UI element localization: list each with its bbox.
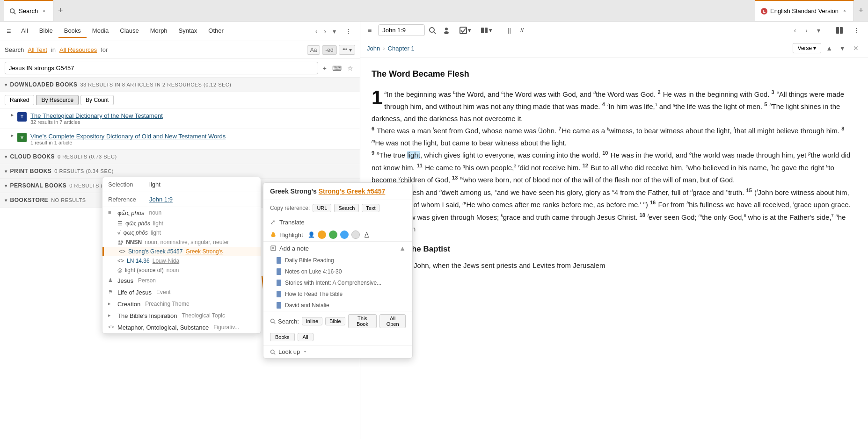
sub-link-ln[interactable]: Louw-Nida xyxy=(153,258,179,264)
search-this-book-button[interactable]: This Book xyxy=(348,314,377,328)
note-item-1[interactable]: Daily Bible Reading xyxy=(263,255,412,266)
format-button[interactable]: Aa xyxy=(307,45,321,55)
search-tab-close[interactable]: × xyxy=(41,8,47,14)
sort-by-resource[interactable]: By Resource xyxy=(36,95,79,105)
search-input[interactable] xyxy=(5,62,318,74)
esv-tab[interactable]: E English Standard Version × xyxy=(755,0,854,21)
note-item-3[interactable]: Stories with Intent: A Comprehensive... xyxy=(263,277,412,288)
options-button[interactable]: ▾ xyxy=(339,45,355,55)
verse-num-2: 2 xyxy=(657,89,660,95)
compare-tool[interactable]: // xyxy=(518,25,526,36)
search-all-open-button[interactable]: All Open xyxy=(379,314,406,328)
popup-sub-light[interactable]: ◎ light (source of) noun xyxy=(102,266,261,275)
popup-entry-life[interactable]: ⚑ Life of Jesus Event xyxy=(102,287,261,298)
all-button[interactable]: All xyxy=(298,333,314,341)
right-back[interactable]: ‹ xyxy=(791,25,799,36)
layout-tool[interactable]: ▾ xyxy=(478,25,495,36)
search-all-resources[interactable]: All Resources xyxy=(59,46,97,53)
popup-sub-strongs[interactable]: <> Strong's Greek #5457 Greek Strong's xyxy=(102,247,261,256)
right-dropdown[interactable]: ▾ xyxy=(814,25,823,36)
scroll-up-button[interactable]: ▲ xyxy=(823,43,835,53)
lookup-chevron xyxy=(303,350,307,354)
search-for-label: for xyxy=(101,46,108,53)
sort-by-count[interactable]: By Count xyxy=(80,95,114,105)
popup-sub-nnsn[interactable]: @ NNSN noun, nominative, singular, neute… xyxy=(102,237,261,247)
add-search-button[interactable]: + xyxy=(321,63,328,74)
split-view[interactable] xyxy=(833,25,846,36)
popup-entry-0[interactable]: ≡ φῶς phōs noun xyxy=(102,207,261,219)
books-button[interactable]: Books xyxy=(270,333,295,341)
note-list: Daily Bible Reading Notes on Luke 4:16-3… xyxy=(263,255,412,311)
add-right-tab-button[interactable]: + xyxy=(854,4,868,18)
note-item-2[interactable]: Notes on Luke 4:16-30 xyxy=(263,266,412,277)
sub-link-strongs[interactable]: Greek Strong's xyxy=(185,248,223,255)
esv-tab-close[interactable]: × xyxy=(841,8,848,14)
copy-text-button[interactable]: Text xyxy=(362,204,379,212)
sort-buttons: Ranked By Resource By Count xyxy=(0,92,360,108)
tab-morph[interactable]: Morph xyxy=(145,24,173,38)
translate-action[interactable]: ⤢ Translate xyxy=(263,216,412,228)
nav-dropdown[interactable]: ▾ xyxy=(330,26,339,37)
note-item-5[interactable]: David and Natalie xyxy=(263,300,412,311)
keyboard-button[interactable]: ⌨ xyxy=(330,63,343,74)
more-button[interactable]: ⋮ xyxy=(342,26,355,36)
popup-entry-jesus[interactable]: ♟ Jesus Person xyxy=(102,275,261,287)
right-hamburger[interactable]: ≡ xyxy=(365,25,374,36)
search-tab[interactable]: Search × xyxy=(4,0,53,21)
breadcrumb-chapter[interactable]: Chapter 1 xyxy=(388,45,415,52)
popup-sub-0[interactable]: ☰ φῶς phōs light xyxy=(102,219,261,228)
tab-other[interactable]: Other xyxy=(203,24,229,38)
tab-bible[interactable]: Bible xyxy=(34,24,58,38)
right-more[interactable]: ⋮ xyxy=(850,25,863,36)
strongs-title-link[interactable]: Strong's Greek #5457 xyxy=(319,187,386,195)
avatar-tool[interactable] xyxy=(440,25,453,36)
result-title-2[interactable]: Vine's Complete Expository Dictionary of… xyxy=(30,133,355,140)
nav-forward[interactable]: › xyxy=(321,26,329,37)
add-note-header[interactable]: Add a note ▲ xyxy=(263,242,412,255)
search-all-text[interactable]: All Text xyxy=(28,46,47,53)
right-search-icon[interactable] xyxy=(429,27,436,34)
copy-url-button[interactable]: URL xyxy=(313,204,331,212)
popup-entry-inspiration[interactable]: ▸ The Bible's Inspiration Theological To… xyxy=(102,310,261,322)
color-orange[interactable] xyxy=(318,230,326,239)
popup-sub-1[interactable]: √ φως phōs light xyxy=(102,228,261,237)
hamburger-button[interactable]: ≡ xyxy=(5,25,13,37)
reference-input[interactable] xyxy=(378,24,425,36)
popup-sub-ln[interactable]: <> LN 14.36 Louw-Nida xyxy=(102,256,261,266)
result-item-tdnt[interactable]: ▸ T The Theological Dictionary of the Ne… xyxy=(0,108,360,129)
result-title-1[interactable]: The Theological Dictionary of the New Te… xyxy=(30,112,355,119)
downloaded-books-header[interactable]: ▾ DOWNLOADED BOOKS 33 results in 8 artic… xyxy=(0,78,360,92)
note-book-icon-1 xyxy=(277,257,281,264)
check-tool[interactable]: ▾ xyxy=(457,25,474,36)
columns-tool[interactable]: || xyxy=(505,25,514,36)
tab-all[interactable]: All xyxy=(15,24,33,38)
underline-option[interactable]: A xyxy=(363,231,371,238)
result-item-vine[interactable]: ▸ V Vine's Complete Expository Dictionar… xyxy=(0,129,360,150)
breadcrumb-book[interactable]: John xyxy=(367,45,380,52)
color-blue[interactable] xyxy=(340,230,349,239)
verse-mode-button[interactable]: Verse ▾ xyxy=(793,43,822,53)
popup-entry-creation[interactable]: ▸ Creation Preaching Theme xyxy=(102,298,261,310)
color-green[interactable] xyxy=(329,230,337,239)
tab-books[interactable]: Books xyxy=(58,24,87,38)
search-bible-button[interactable]: Bible xyxy=(325,317,345,325)
copy-search-button[interactable]: Search xyxy=(334,204,359,212)
tab-media[interactable]: Media xyxy=(87,24,114,38)
scroll-down-button[interactable]: ▼ xyxy=(836,43,848,53)
sort-ranked[interactable]: Ranked xyxy=(5,95,34,105)
tab-syntax[interactable]: Syntax xyxy=(173,24,203,38)
cloud-books-header[interactable]: ▾ CLOUD BOOKS 0 results (0.73 sec) xyxy=(0,150,360,164)
nav-back[interactable]: ‹ xyxy=(313,26,321,37)
color-gray[interactable] xyxy=(351,230,360,239)
tab-clause[interactable]: Clause xyxy=(114,24,144,38)
ed-button[interactable]: -ed xyxy=(322,45,336,55)
popup-entry-metaphor[interactable]: <> Metaphor, Ontological, Substance Figu… xyxy=(102,322,261,333)
lookup-row[interactable]: Look up xyxy=(263,345,412,358)
add-tab-button[interactable]: + xyxy=(53,4,67,18)
right-forward[interactable]: › xyxy=(802,25,810,36)
bookmark-button[interactable]: ☆ xyxy=(345,63,355,74)
books-all-row: Books All xyxy=(263,331,412,345)
note-item-4[interactable]: How to Read The Bible xyxy=(263,288,412,300)
search-inline-button[interactable]: Inline xyxy=(302,317,322,325)
panel-close-button[interactable]: ✕ xyxy=(850,43,861,53)
